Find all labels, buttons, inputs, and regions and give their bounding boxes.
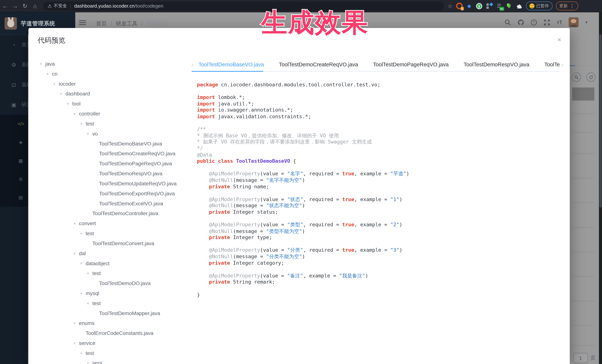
reload-icon[interactable]: ↻ (20, 2, 30, 9)
background-table-row-line (573, 252, 594, 252)
tree-file-ToolErrorCodeConstants.java[interactable]: ToolErrorCodeConstants.java (36, 328, 190, 338)
sprout-extension-icon[interactable] (506, 3, 512, 9)
sidebar-item-数据库文档[interactable]: ▤数据库文档 (0, 188, 28, 207)
tab-ToolTestDemoPageReqVO.java[interactable]: ToolTestDemoPageReqVO.java (373, 61, 449, 67)
code-line (197, 120, 560, 126)
tree-folder-dashboard[interactable]: ▾dashboard (36, 89, 190, 99)
bookmark-star-icon[interactable]: ☆ (448, 3, 452, 9)
close-icon[interactable]: × (558, 36, 561, 44)
tree-file-ToolTestDemoDO.java[interactable]: ToolTestDemoDO.java (36, 278, 190, 288)
sidebar-item-首页[interactable]: ◔首页 (0, 35, 28, 55)
puzzle-extensions-icon[interactable] (516, 3, 522, 9)
tree-folder-service[interactable]: ▾service (36, 338, 190, 348)
breadcrumb-item[interactable]: 研发工具 (116, 21, 137, 27)
tree-folder-test[interactable]: ▾test (36, 119, 190, 129)
tree-label: ToolTestDemoController.java (92, 210, 158, 216)
code-line: @ApiModelProperty(value = "备注", example … (197, 273, 560, 279)
header-actions: ? ᴛT ▾ (505, 17, 588, 27)
tree-file-ToolTestDemoPageReqVO.java[interactable]: ToolTestDemoPageReqVO.java (36, 158, 190, 168)
tree-folder-dataobject[interactable]: ▾dataobject (36, 258, 190, 268)
sidebar-collapse-icon[interactable] (79, 21, 86, 26)
breadcrumb-separator: / (110, 21, 112, 27)
code-line (197, 285, 560, 292)
github-icon[interactable] (518, 19, 524, 25)
tree-file-ToolTestDemoExportReqVO.java[interactable]: ToolTestDemoExportReqVO.java (36, 188, 190, 198)
tree-folder-test[interactable]: ▾test (36, 228, 190, 238)
search-icon[interactable] (505, 19, 511, 25)
tree-file-ToolTestDemoController.java[interactable]: ToolTestDemoController.java (36, 208, 190, 218)
sidebar-item-研发工具[interactable]: ▣研发工具 (0, 95, 28, 115)
sidebar-item-系统管理[interactable]: ⚙系统管理 (0, 55, 28, 75)
tree-folder-java[interactable]: ▾java (36, 59, 190, 69)
tabs-scroll-left-icon[interactable]: ‹ (192, 61, 194, 68)
tree-folder-impl[interactable]: ▾impl (36, 358, 190, 364)
background-search-button[interactable] (572, 73, 581, 82)
page-scrollbar[interactable] (599, 12, 602, 364)
tree-file-ToolTestDemoUpdateReqVO.java[interactable]: ToolTestDemoUpdateReqVO.java (36, 178, 190, 188)
background-table-row-line (573, 301, 594, 301)
tree-label: test (86, 121, 94, 126)
fullscreen-icon[interactable] (544, 19, 550, 25)
page-number-input[interactable]: 1 (573, 353, 588, 363)
caret-down-icon: ▾ (74, 321, 79, 325)
tree-folder-dal[interactable]: ▾dal (36, 248, 190, 258)
address-bar[interactable]: ⚠ 不安全 | dashboard.yudao.iocoder.cn /tool… (43, 1, 444, 10)
caret-down-icon: ▾ (80, 231, 86, 235)
gem-extension-icon[interactable]: ◆ (466, 3, 472, 9)
sidebar-top-items: ◔首页⚙系统管理⊡基础设施▣研发工具 (0, 35, 28, 115)
tree-label: ToolTestDemoUpdateReqVO.java (99, 180, 177, 186)
tab-ToolTestDemoRespVO.java[interactable]: ToolTestDemoRespVO.java (464, 61, 529, 67)
tree-folder-tool[interactable]: ▾tool (36, 99, 190, 109)
back-icon[interactable]: ← (0, 3, 10, 9)
sidebar-item-基础设施[interactable]: ⊡基础设施 (0, 75, 28, 95)
y-extension-icon[interactable]: y (476, 3, 482, 9)
paused-badge[interactable]: 已暂停 (526, 1, 552, 10)
tree-folder-controller[interactable]: ▾controller (36, 109, 190, 119)
tree-folder-cn[interactable]: ▾cn (36, 69, 190, 79)
home-icon[interactable]: ⌂ (30, 3, 40, 9)
sidebar-item-表单构建[interactable]: ▦表单构建 (0, 152, 28, 170)
browser-menu-icon[interactable]: ⋮ (570, 3, 575, 9)
tab-ToolTestDemoBaseVO.java[interactable]: ToolTestDemoBaseVO.java (198, 61, 264, 67)
tree-folder-test[interactable]: ▾test (36, 298, 190, 308)
tree-folder-test[interactable]: ▾test (36, 348, 190, 358)
forward-icon[interactable]: → (10, 3, 20, 9)
tree-file-ToolTestDemoMapper.java[interactable]: ToolTestDemoMapper.java (36, 308, 190, 318)
tab-ToolTe[interactable]: ToolTe (544, 61, 560, 67)
tree-folder-test[interactable]: ▾test (36, 268, 190, 278)
blocks-extension-icon[interactable] (486, 3, 492, 9)
dashboard-icon: ◔ (11, 42, 17, 48)
tabs-scroll-right-icon[interactable]: › (561, 61, 563, 68)
background-refresh-button[interactable] (586, 73, 595, 82)
code-line (197, 88, 560, 94)
sidebar-item-代码示例[interactable]: ◈代码示例 (0, 133, 28, 151)
breadcrumb-item[interactable]: 首页 (96, 21, 107, 27)
user-menu-caret-icon[interactable]: ▾ (585, 20, 587, 25)
tree-folder-enums[interactable]: ▾enums (36, 318, 190, 328)
tree-file-ToolTestDemoBaseVO.java[interactable]: ToolTestDemoBaseVO.java (36, 138, 190, 148)
tree-folder-iocoder[interactable]: ▾iocoder (36, 79, 190, 89)
code-preview-modal: 代码预览 × ▾java▾cn▾iocoder▾dashboard▾tool▾c… (28, 28, 570, 364)
help-icon[interactable]: ? (531, 19, 537, 25)
tree-file-ToolTestDemoCreateReqVO.java[interactable]: ToolTestDemoCreateReqVO.java (36, 148, 190, 158)
tree-file-ToolTestDemoExcelVO.java[interactable]: ToolTestDemoExcelVO.java (36, 198, 190, 208)
paused-label: 已暂停 (536, 3, 549, 9)
tree-file-ToolTestDemoRespVO.java[interactable]: ToolTestDemoRespVO.java (36, 168, 190, 178)
scrollbar-thumb[interactable] (599, 34, 602, 208)
tab-ToolTestDemoCreateReqVO.java[interactable]: ToolTestDemoCreateReqVO.java (279, 61, 358, 67)
extension-badge: 1 (461, 7, 464, 10)
tree-folder-vo[interactable]: ▾vo (36, 129, 190, 139)
user-avatar[interactable] (569, 17, 579, 27)
tree-folder-convert[interactable]: ▾convert (36, 218, 190, 228)
tree-file-ToolTestDemoConvert.java[interactable]: ToolTestDemoConvert.java (36, 238, 190, 248)
ubuntu-extension-icon[interactable]: 1 (456, 3, 462, 9)
tree-folder-mysql[interactable]: ▾mysql (36, 288, 190, 298)
monitor-icon: ⊡ (11, 82, 17, 88)
sidebar-item-系统接口[interactable]: ≣系统接口 (0, 170, 28, 188)
update-chrome-button[interactable]: 更新 ⋮ (556, 1, 578, 10)
list-extension-icon[interactable]: ☰ on (496, 3, 502, 9)
code-line: package cn.iocoder.dashboard.modules.too… (197, 82, 560, 88)
sidebar-item-代码生成[interactable]: </>代码生成 (0, 115, 28, 133)
font-size-icon[interactable]: ᴛT (557, 20, 562, 25)
breadcrumb: 首页/研发工具/代码生成 (96, 21, 168, 27)
